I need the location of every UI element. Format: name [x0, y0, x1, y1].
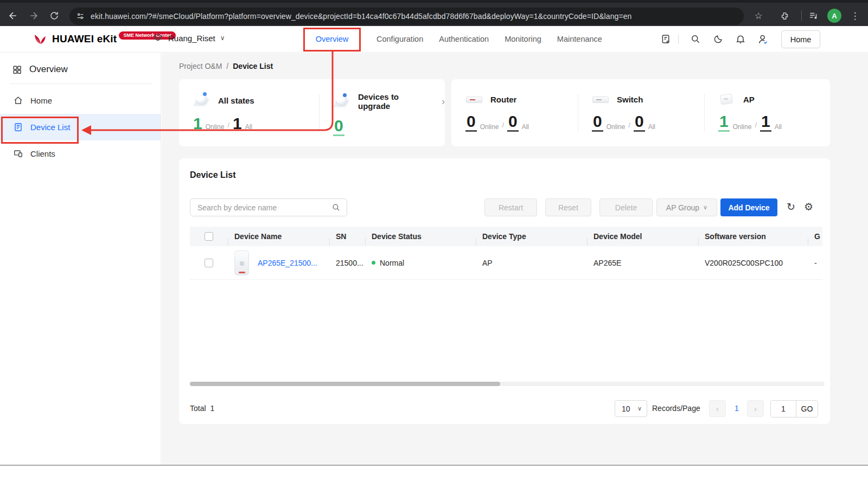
huawei-logo-icon [33, 31, 48, 47]
device-photo [234, 251, 249, 275]
sidebar-item-clients[interactable]: Clients [0, 140, 161, 167]
tab-configuration[interactable]: Configuration [376, 35, 423, 43]
tab-monitoring[interactable]: Monitoring [505, 35, 541, 43]
address-bar[interactable]: ekit.huawei.com/?#/smeCloud/Platform?pla… [69, 8, 744, 25]
col-group[interactable]: G [808, 232, 822, 241]
device-type: AP [476, 259, 587, 267]
chrome-divider [801, 10, 802, 21]
switch-all-count[interactable]: 0 [634, 113, 645, 132]
chevron-down-icon: ∨ [220, 34, 225, 42]
prev-page-button[interactable]: ‹ [709, 400, 726, 417]
sidebar-item-device-list[interactable]: Device List [0, 114, 161, 140]
ap-all-count[interactable]: 1 [760, 113, 771, 132]
site-info-icon[interactable] [76, 12, 85, 21]
summary-card-states: All states 1 Online / 1 All Devices to u… [179, 79, 445, 146]
all-states-online-count: 1 [193, 115, 202, 132]
dark-mode-moon-icon[interactable] [710, 34, 726, 44]
table-header-row: Device Name SN Device Status Device Type… [190, 227, 822, 246]
device-search[interactable] [190, 198, 347, 216]
search-icon[interactable] [687, 34, 704, 44]
home-button[interactable]: Home [781, 30, 820, 48]
browser-refresh-icon[interactable] [47, 8, 62, 23]
next-page-button[interactable]: › [747, 400, 764, 417]
sidebar-title: Overview [12, 64, 161, 75]
device-model: AP265E [587, 259, 698, 267]
horizontal-scrollbar[interactable] [190, 382, 825, 386]
col-device-status[interactable]: Device Status [365, 232, 476, 241]
svg-text:P: P [666, 39, 669, 44]
goto-page-input[interactable] [771, 401, 796, 417]
browser-toolbar: ekit.huawei.com/?#/smeCloud/Platform?pla… [0, 0, 868, 26]
col-device-model[interactable]: Device Model [587, 232, 698, 241]
reset-button[interactable]: Reset [545, 198, 591, 216]
upgrade-icon [333, 93, 352, 110]
tab-overview[interactable]: Overview [303, 35, 361, 43]
col-software-version[interactable]: Software version [698, 232, 808, 241]
brand-name: HUAWEI eKit [52, 31, 117, 47]
breadcrumb-parent[interactable]: Project O&M [179, 62, 222, 70]
records-per-page-label: Records/Page [652, 404, 700, 413]
bookmark-star-icon[interactable]: ☆ [751, 8, 766, 23]
select-all-checkbox[interactable] [205, 232, 213, 241]
status-dot [372, 261, 375, 265]
tab-maintenance[interactable]: Maintenance [557, 35, 602, 43]
ap-icon [718, 92, 737, 106]
col-sn[interactable]: SN [329, 232, 365, 241]
sidebar-item-home[interactable]: Home [0, 87, 161, 114]
home-icon [13, 95, 23, 106]
page-size-select[interactable]: 10 ∨ [615, 400, 647, 417]
user-account-icon[interactable] [755, 34, 771, 45]
top-nav: Overview Configuration Authentication Mo… [303, 26, 602, 52]
scrollbar-thumb[interactable] [190, 382, 500, 386]
main-content: Project O&M / Device List All states 1 O… [162, 53, 868, 465]
device-table: Device Name SN Device Status Device Type… [190, 227, 822, 280]
go-button[interactable]: GO [796, 401, 818, 417]
panel-title: Device List [190, 170, 235, 180]
current-page[interactable]: 1 [729, 404, 744, 413]
search-input[interactable] [190, 203, 331, 212]
tab-authentication[interactable]: Authentication [439, 35, 489, 43]
clients-icon [13, 149, 23, 159]
col-device-name[interactable]: Device Name [228, 232, 329, 241]
row-checkbox[interactable] [205, 259, 213, 267]
device-sn: 21500... [329, 259, 365, 267]
notifications-bell-icon[interactable] [732, 34, 749, 44]
ap-group-button[interactable]: AP Group ∨ [656, 198, 717, 216]
layers-icon [152, 33, 163, 43]
device-list-icon [13, 122, 23, 132]
workspace-selector[interactable]: Ruang_Riset ∨ [152, 33, 225, 43]
pagination: Total 1 10 ∨ Records/Page ‹ 1 › GO [179, 395, 830, 424]
grid-overview-icon [12, 65, 22, 75]
device-name-link[interactable]: AP265E_21500... [258, 259, 317, 267]
upgrade-count[interactable]: 0 [333, 118, 344, 136]
header-divider [678, 34, 679, 44]
device-status: Normal [380, 259, 404, 267]
project-document-icon[interactable]: P [658, 34, 674, 45]
settings-gear-icon[interactable]: ⚙ [804, 201, 813, 214]
chevron-right-icon[interactable]: › [442, 96, 445, 107]
restart-button[interactable]: Restart [484, 198, 537, 216]
extensions-icon[interactable] [777, 8, 792, 23]
router-all-count[interactable]: 0 [507, 113, 519, 132]
device-software: V200R025C00SPC100 [698, 259, 808, 267]
browser-back-icon[interactable] [5, 8, 21, 23]
total-label: Total [190, 404, 206, 413]
browser-menu-icon[interactable]: ⋮ [847, 8, 863, 23]
tab-media-icon[interactable] [806, 8, 821, 23]
router-icon [465, 92, 484, 106]
browser-profile-avatar[interactable]: A [827, 9, 841, 23]
all-states-all-count: 1 [233, 115, 242, 132]
col-device-type[interactable]: Device Type [476, 232, 587, 241]
switch-icon [592, 92, 610, 106]
switch-online-count[interactable]: 0 [592, 113, 603, 132]
browser-forward-icon[interactable] [26, 8, 41, 23]
summary-card-device-types: Router 0 Online / 0 All Switch 0 Online … [451, 79, 830, 146]
refresh-icon[interactable]: ↻ [787, 201, 795, 214]
device-list-panel: Device List Restart Reset Delete AP Grou… [179, 158, 830, 424]
router-online-count[interactable]: 0 [465, 113, 477, 132]
search-icon[interactable] [331, 203, 341, 212]
delete-button[interactable]: Delete [599, 198, 653, 216]
ap-online-count[interactable]: 1 [718, 113, 730, 132]
add-device-button[interactable]: Add Device [720, 198, 777, 216]
sidebar: Overview Home Device List Clients [0, 53, 161, 465]
